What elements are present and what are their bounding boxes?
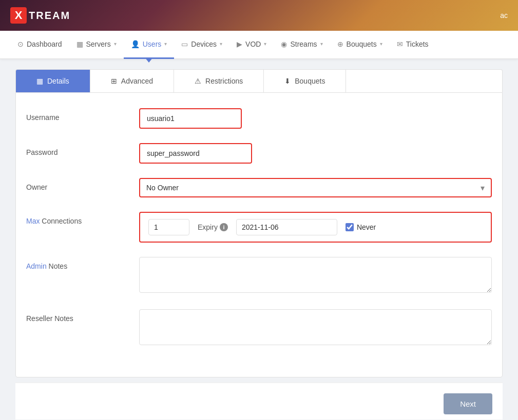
reseller-notes-textarea[interactable] <box>139 309 492 345</box>
users-dropdown-arrow <box>145 57 153 63</box>
admin-notes-field <box>139 257 492 295</box>
vod-icon: ▶ <box>237 40 242 48</box>
tabs: ▦ Details ⊞ Advanced ⚠ Restrictions ⬇ Bo… <box>15 69 503 92</box>
tab-advanced-icon: ⊞ <box>111 77 117 85</box>
tab-restrictions-icon: ⚠ <box>195 77 201 85</box>
nav-item-users[interactable]: 👤 Users ▾ <box>124 31 175 59</box>
nav-item-servers[interactable]: ▦ Servers ▾ <box>69 31 124 59</box>
tab-advanced-label: Advanced <box>121 77 153 85</box>
users-icon: 👤 <box>131 40 140 48</box>
devices-icon: ▭ <box>181 40 188 48</box>
nav-label-tickets: Tickets <box>406 40 429 48</box>
password-field <box>139 143 492 164</box>
admin-label-blue: Admin <box>26 262 47 270</box>
nav-label-bouquets: Bouquets <box>347 40 377 48</box>
logo-x-icon: X <box>10 7 27 24</box>
owner-select-wrapper: No Owner ▾ <box>140 179 491 196</box>
streams-icon: ◉ <box>281 40 287 48</box>
never-checkbox[interactable] <box>346 223 354 231</box>
username-label: Username <box>26 108 139 122</box>
owner-field: No Owner ▾ <box>139 178 492 197</box>
nav-item-vod[interactable]: ▶ VOD ▾ <box>229 31 274 59</box>
users-chevron: ▾ <box>164 41 167 47</box>
max-connections-field: Expiry i Never <box>139 212 492 243</box>
tab-details-icon: ▦ <box>36 77 43 85</box>
servers-chevron: ▾ <box>114 41 117 47</box>
navbar: ⊙ Dashboard ▦ Servers ▾ 👤 Users ▾ ▭ Devi… <box>0 31 518 59</box>
admin-notes-textarea[interactable] <box>139 257 492 293</box>
servers-icon: ▦ <box>76 40 83 48</box>
tab-details-label: Details <box>47 77 69 85</box>
expiry-label: Expiry i <box>198 223 228 231</box>
password-input[interactable] <box>140 144 251 163</box>
owner-label: Owner <box>26 178 139 191</box>
username-input[interactable] <box>140 109 241 128</box>
nav-label-devices: Devices <box>191 40 217 48</box>
nav-label-users: Users <box>143 40 162 48</box>
never-label: Never <box>346 223 376 231</box>
bouquets-chevron: ▾ <box>380 41 382 47</box>
username-highlight <box>139 108 242 129</box>
max-connections-input[interactable] <box>148 219 189 235</box>
nav-item-dashboard[interactable]: ⊙ Dashboard <box>10 31 69 59</box>
nav-label-vod: VOD <box>245 40 261 48</box>
password-highlight <box>139 143 252 164</box>
main-content: ▦ Details ⊞ Advanced ⚠ Restrictions ⬇ Bo… <box>0 59 518 420</box>
footer-actions: Next <box>15 383 503 419</box>
owner-select[interactable]: No Owner <box>140 179 491 196</box>
owner-highlight: No Owner ▾ <box>139 178 492 197</box>
nav-item-streams[interactable]: ◉ Streams ▾ <box>274 31 330 59</box>
nav-label-dashboard: Dashboard <box>27 40 62 48</box>
reseller-notes-row: Reseller Notes <box>26 309 492 347</box>
username-field <box>139 108 492 129</box>
next-button[interactable]: Next <box>444 393 492 414</box>
dashboard-icon: ⊙ <box>17 40 24 48</box>
password-label: Password <box>26 143 139 156</box>
tab-restrictions-label: Restrictions <box>205 77 243 85</box>
reseller-notes-field <box>139 309 492 347</box>
tab-bouquets-label: Bouquets <box>295 77 325 85</box>
tickets-icon: ✉ <box>397 40 403 48</box>
nav-item-tickets[interactable]: ✉ Tickets <box>390 31 436 59</box>
devices-chevron: ▾ <box>220 41 222 47</box>
password-row: Password <box>26 143 492 164</box>
logo-tream: TREAM <box>29 10 70 22</box>
tab-bouquets[interactable]: ⬇ Bouquets <box>264 70 346 92</box>
nav-item-devices[interactable]: ▭ Devices ▾ <box>174 31 229 59</box>
max-label-connections: Connections <box>42 217 82 225</box>
logo: X TREAM <box>10 7 70 24</box>
form-container: Username Password Owner <box>15 92 503 377</box>
username-row: Username <box>26 108 492 129</box>
nav-item-bouquets[interactable]: ⊕ Bouquets ▾ <box>330 31 390 59</box>
header-user: ac <box>500 11 508 19</box>
tab-bouquets-icon: ⬇ <box>284 77 291 85</box>
max-label-blue: Max <box>26 217 40 225</box>
connections-group: Expiry i Never <box>139 212 492 243</box>
max-connections-label: Max Connections <box>26 212 139 225</box>
tab-restrictions[interactable]: ⚠ Restrictions <box>174 70 264 92</box>
owner-row: Owner No Owner ▾ <box>26 178 492 197</box>
vod-chevron: ▾ <box>264 41 266 47</box>
header: X TREAM ac <box>0 0 518 31</box>
max-connections-row: Max Connections Expiry i Never <box>26 212 492 243</box>
admin-notes-label: Admin Notes <box>26 257 139 270</box>
admin-label-notes: Notes <box>49 262 68 270</box>
expiry-date-input[interactable] <box>236 219 337 235</box>
streams-chevron: ▾ <box>320 41 323 47</box>
reseller-notes-label: Reseller Notes <box>26 309 139 323</box>
bouquets-icon: ⊕ <box>337 40 343 48</box>
nav-label-servers: Servers <box>86 40 111 48</box>
tab-details[interactable]: ▦ Details <box>16 70 90 92</box>
admin-notes-row: Admin Notes <box>26 257 492 295</box>
tab-advanced[interactable]: ⊞ Advanced <box>90 70 174 92</box>
nav-label-streams: Streams <box>290 40 317 48</box>
expiry-info-icon: i <box>220 223 228 231</box>
